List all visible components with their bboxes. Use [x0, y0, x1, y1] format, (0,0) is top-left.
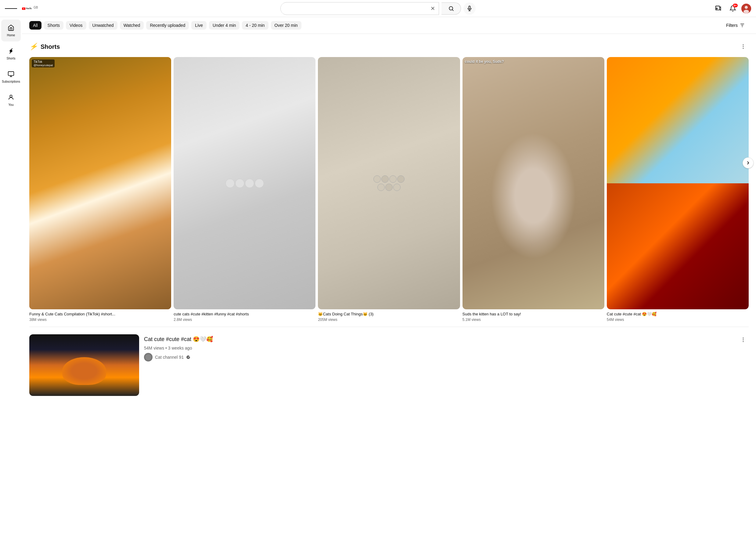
notifications-button[interactable]: 9+	[727, 2, 739, 15]
short-thumb-2	[174, 57, 315, 309]
video-meta-1: 54M views • 3 weeks ago	[144, 346, 749, 350]
search-input[interactable]: cute cats	[281, 3, 427, 14]
svg-point-3	[449, 6, 453, 10]
filters-button[interactable]: Filters	[722, 21, 749, 30]
filter-chip-videos[interactable]: Videos	[66, 21, 86, 30]
short-thumb-4: could it be you, Suds?	[463, 57, 604, 309]
home-icon	[8, 24, 14, 32]
subscriptions-icon	[8, 71, 14, 79]
svg-line-4	[452, 9, 453, 11]
short-views-2: 2.8M views	[174, 318, 315, 322]
shorts-grid: TikTok@honeycutepat Funny & Cute Cats Co…	[29, 57, 749, 322]
search-button[interactable]	[441, 2, 461, 15]
short-title-1: Funny & Cute Cats Compilation (TikTok) #…	[29, 312, 171, 317]
svg-point-22	[743, 45, 744, 45]
channel-name-1: Cat channel 91	[155, 355, 184, 360]
shorts-more-button[interactable]	[738, 41, 749, 52]
content-area: ⚡ Shorts TikTok@honey	[22, 34, 756, 406]
section-divider	[29, 327, 749, 327]
sidebar-home-label: Home	[7, 34, 15, 37]
youtube-logo[interactable]: YouTube GB	[22, 5, 38, 12]
mic-button[interactable]	[463, 2, 476, 15]
notification-badge: 9+	[733, 4, 738, 7]
tiktok-badge-1: TikTok@honeycutepat	[32, 59, 55, 67]
header: YouTube GB cute cats ✕	[0, 0, 756, 17]
short-title-5: Cat cute #cute #cat 😍🤍🥰	[607, 312, 749, 317]
create-icon	[715, 5, 722, 12]
shorts-scroll-container: TikTok@honeycutepat Funny & Cute Cats Co…	[29, 57, 749, 322]
short-title-4: Suds the kitten has a LOT to say!	[463, 312, 604, 317]
video-more-button-1[interactable]	[738, 334, 749, 345]
filter-chip-shorts[interactable]: Shorts	[44, 21, 63, 30]
filter-chip-under4[interactable]: Under 4 min	[209, 21, 239, 30]
short-title-3: 🐱Cats Doing Cat Things🐱 (3)	[318, 312, 460, 317]
header-right: 9+	[690, 2, 751, 15]
channel-row-1: Cat channel 91	[144, 353, 749, 361]
mic-icon	[466, 5, 473, 12]
video-time-1: 3 weeks ago	[168, 346, 192, 350]
video-views-1: 54M views	[144, 346, 164, 350]
svg-point-24	[743, 48, 744, 49]
short-thumb-5	[607, 57, 749, 309]
sidebar: Home Shorts Subscriptions	[0, 17, 22, 406]
shorts-section-icon: ⚡	[29, 43, 38, 51]
short-views-1: 38M views	[29, 318, 171, 322]
short-views-3: 205M views	[318, 318, 460, 322]
svg-point-13	[743, 10, 749, 13]
sidebar-subscriptions-label: Subscriptions	[2, 80, 20, 84]
video-title-1: Cat cute #cute #cat 😍🤍🥰	[144, 336, 749, 343]
short-item-2[interactable]: cute cats #cute #kitten #funny #cat #sho…	[174, 57, 315, 322]
shorts-section-header: ⚡ Shorts	[29, 41, 749, 52]
filter-chip-recently-uploaded[interactable]: Recently uploaded	[146, 21, 189, 30]
filter-chip-live[interactable]: Live	[191, 21, 207, 30]
short-thumb-1: TikTok@honeycutepat	[29, 57, 171, 309]
yt-logo-svg: YouTube	[22, 5, 32, 12]
channel-avatar-1	[144, 353, 153, 361]
section-title-wrap: ⚡ Shorts	[29, 43, 60, 51]
filter-chip-watched[interactable]: Watched	[120, 21, 144, 30]
filter-chip-4-20[interactable]: 4 - 20 min	[242, 21, 268, 30]
filter-chip-unwatched[interactable]: Unwatched	[89, 21, 117, 30]
shorts-next-button[interactable]	[743, 157, 754, 168]
filters-icon	[740, 23, 745, 28]
header-left: YouTube GB	[5, 2, 66, 15]
sidebar-item-you[interactable]: You	[1, 89, 21, 111]
filter-chip-all[interactable]: All	[29, 21, 41, 30]
more-vert-icon-1	[740, 337, 746, 343]
short-item-5[interactable]: Cat cute #cute #cat 😍🤍🥰 54M views	[607, 57, 749, 322]
logo-country: GB	[34, 6, 38, 9]
avatar[interactable]	[741, 4, 751, 13]
short-thumb-3	[318, 57, 460, 309]
svg-rect-8	[716, 6, 720, 10]
short-item-1[interactable]: TikTok@honeycutepat Funny & Cute Cats Co…	[29, 57, 171, 322]
svg-point-26	[743, 339, 744, 340]
filters-button-label: Filters	[726, 23, 738, 28]
chevron-right-icon	[745, 160, 751, 166]
main-content: All Shorts Videos Unwatched Watched Rece…	[22, 17, 756, 406]
sidebar-item-subscriptions[interactable]: Subscriptions	[1, 66, 21, 88]
avatar-image	[741, 4, 751, 13]
search-clear-button[interactable]: ✕	[427, 2, 439, 15]
more-vert-icon	[740, 44, 746, 50]
you-icon	[8, 94, 14, 102]
short-views-5: 54M views	[607, 318, 749, 322]
shorts-icon	[8, 48, 14, 56]
sidebar-you-label: You	[9, 103, 14, 107]
filter-chip-over20[interactable]: Over 20 min	[271, 21, 301, 30]
svg-point-23	[743, 46, 744, 47]
menu-button[interactable]	[5, 2, 17, 15]
video-separator: •	[165, 346, 168, 350]
short-item-3[interactable]: 🐱Cats Doing Cat Things🐱 (3) 205M views	[318, 57, 460, 322]
short-views-4: 5.1M views	[463, 318, 604, 322]
short-item-4[interactable]: could it be you, Suds? Suds the kitten h…	[463, 57, 604, 322]
create-button[interactable]	[712, 2, 724, 15]
svg-rect-15	[8, 72, 14, 76]
sidebar-item-shorts[interactable]: Shorts	[1, 43, 21, 65]
verified-icon-1	[186, 355, 190, 359]
filter-bar: All Shorts Videos Unwatched Watched Rece…	[22, 17, 756, 34]
shorts-section-title: Shorts	[41, 43, 60, 50]
svg-point-27	[743, 341, 744, 342]
video-item-1[interactable]: Cat cute #cute #cat 😍🤍🥰 54M views • 3 we…	[29, 332, 749, 399]
sidebar-item-home[interactable]: Home	[1, 20, 21, 41]
svg-text:YouTube: YouTube	[26, 7, 32, 9]
